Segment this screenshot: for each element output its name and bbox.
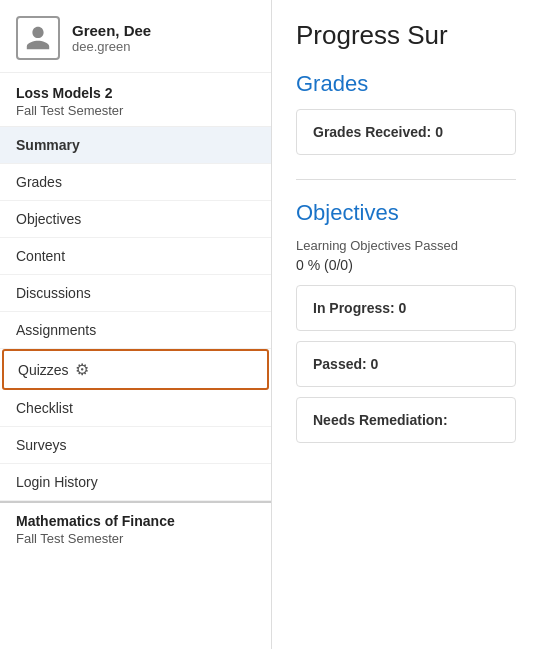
sidebar-item-checklist[interactable]: Checklist [0, 390, 271, 427]
nav-list: Summary Grades Objectives Content Discus… [0, 127, 271, 649]
sidebar-item-surveys[interactable]: Surveys [0, 427, 271, 464]
second-course-info: Mathematics of Finance Fall Test Semeste… [0, 501, 271, 554]
needs-remediation-card: Needs Remediation: [296, 397, 516, 443]
login-history-label: Login History [16, 474, 98, 490]
grades-section: Grades Grades Received: 0 [296, 71, 516, 155]
sidebar: Green, Dee dee.green Loss Models 2 Fall … [0, 0, 272, 649]
sidebar-item-assignments[interactable]: Assignments [0, 312, 271, 349]
sidebar-item-grades[interactable]: Grades [0, 164, 271, 201]
sidebar-item-quizzes[interactable]: Quizzes ⚙ [2, 349, 269, 390]
user-profile: Green, Dee dee.green [0, 0, 271, 73]
summary-label: Summary [16, 137, 80, 153]
discussions-label: Discussions [16, 285, 91, 301]
objectives-section: Objectives Learning Objectives Passed 0 … [296, 200, 516, 443]
sidebar-item-summary[interactable]: Summary [0, 127, 271, 164]
section-divider [296, 179, 516, 180]
quizzes-label: Quizzes [18, 362, 69, 378]
main-content: Progress Sur Grades Grades Received: 0 O… [272, 0, 536, 649]
course-semester: Fall Test Semester [16, 103, 255, 118]
page-title: Progress Sur [296, 20, 516, 51]
user-info: Green, Dee dee.green [72, 22, 151, 54]
quizzes-settings-icon: ⚙ [75, 360, 89, 379]
user-name: Green, Dee [72, 22, 151, 39]
surveys-label: Surveys [16, 437, 67, 453]
in-progress-card: In Progress: 0 [296, 285, 516, 331]
objectives-label: Objectives [16, 211, 81, 227]
assignments-label: Assignments [16, 322, 96, 338]
grades-section-title: Grades [296, 71, 516, 97]
sidebar-item-content[interactable]: Content [0, 238, 271, 275]
grades-label: Grades [16, 174, 62, 190]
sidebar-item-objectives[interactable]: Objectives [0, 201, 271, 238]
sidebar-item-login-history[interactable]: Login History [0, 464, 271, 501]
second-course-name: Mathematics of Finance [16, 513, 255, 529]
passed-card: Passed: 0 [296, 341, 516, 387]
course-name: Loss Models 2 [16, 85, 255, 101]
avatar [16, 16, 60, 60]
objectives-section-title: Objectives [296, 200, 516, 226]
content-label: Content [16, 248, 65, 264]
sidebar-item-discussions[interactable]: Discussions [0, 275, 271, 312]
objectives-sub-label: Learning Objectives Passed [296, 238, 516, 253]
objectives-percent: 0 % (0/0) [296, 257, 516, 273]
second-course-semester: Fall Test Semester [16, 531, 255, 546]
checklist-label: Checklist [16, 400, 73, 416]
course-info: Loss Models 2 Fall Test Semester [0, 73, 271, 127]
grades-received-card: Grades Received: 0 [296, 109, 516, 155]
user-username: dee.green [72, 39, 151, 54]
